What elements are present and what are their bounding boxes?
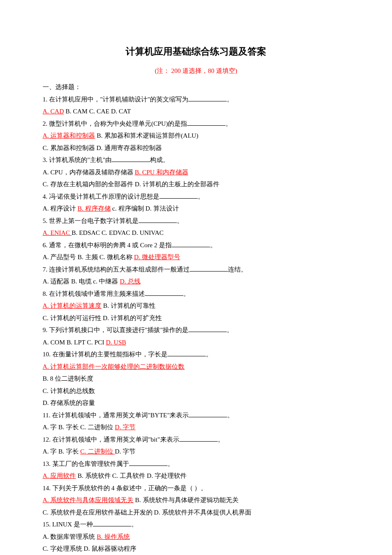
option-line: A. 字 B. 字长 C. 二进制位 D. 字节 bbox=[43, 421, 349, 434]
option-text: C. 累加器和控制器 D. 通用寄存器和控制器 bbox=[43, 145, 162, 151]
question-tail: 。 bbox=[227, 96, 233, 103]
option-line: D. 存储系统的容量 bbox=[43, 397, 349, 409]
fill-blank bbox=[189, 411, 227, 417]
question-stem: 10. 在衡量计算机的主要性能指标中，字长是。 bbox=[43, 348, 349, 361]
option-text: B. 8 位二进制长度 bbox=[43, 375, 93, 382]
option-text: B. CAM C. CAE D. CAT bbox=[64, 108, 131, 115]
correct-answer: C. 二进制位 bbox=[80, 448, 115, 455]
question-text: 6. 通常，在微机中标明的奔腾 4 或 Core 2 是指 bbox=[43, 242, 172, 249]
fill-blank bbox=[190, 265, 228, 272]
option-text: B. 计算机的可靠性 bbox=[101, 302, 155, 309]
fill-blank bbox=[172, 241, 210, 247]
question-tail: 。 bbox=[210, 242, 216, 249]
fill-blank bbox=[187, 119, 225, 126]
question-text: 1. 在计算机应用中，"计算机辅助设计"的英文缩写为 bbox=[43, 96, 188, 103]
correct-answer: B. CPU 和内存储器 bbox=[135, 169, 188, 176]
question-text: 2. 微型计算机中，合称为中央处理单元(CPU)的是指 bbox=[43, 120, 187, 127]
question-stem: 3. 计算机系统的"主机"由构成。 bbox=[43, 154, 349, 166]
option-text: B. 累加器和算术逻辑运算部件(ALU) bbox=[95, 132, 198, 139]
fill-blank bbox=[167, 350, 206, 357]
question-tail: 。 bbox=[218, 436, 224, 443]
question-text: 9. 下列计算机接口中，可以直接进行"插拔"操作的是 bbox=[43, 327, 188, 333]
correct-answer: B. 程序存储 bbox=[78, 205, 111, 212]
question-text: 11. 在计算机领域中，通常用英文单词"BYTE"来表示 bbox=[43, 412, 189, 419]
fill-blank bbox=[145, 289, 183, 296]
document-title: 计算机应用基础综合练习题及答案 bbox=[43, 43, 349, 61]
fill-blank bbox=[188, 326, 227, 332]
question-tail: 。 bbox=[131, 521, 138, 528]
option-text: A. 程序设计 bbox=[43, 205, 78, 212]
option-line: A. CAD B. CAM C. CAE D. CAT bbox=[43, 105, 349, 118]
option-line: A. 系统软件与具体应用领域无关 B. 系统软件与具体硬件逻辑功能无关 bbox=[43, 494, 349, 506]
question-tail: 。 bbox=[177, 217, 183, 224]
question-text: 15. LINUX 是一种 bbox=[43, 521, 93, 528]
question-stem: 1. 在计算机应用中，"计算机辅助设计"的英文缩写为。 bbox=[43, 93, 349, 106]
option-line: A. CPU，内存储器及辅助存储器 B. CPU 和内存储器 bbox=[43, 166, 349, 179]
option-text: A. 字 B. 字长 bbox=[43, 448, 80, 455]
option-text: D. 字节 bbox=[115, 448, 135, 455]
option-text: C. 计算机的可运行性 D. 计算机的可扩充性 bbox=[43, 315, 162, 321]
option-line: A. 运算器和控制器 B. 累加器和算术逻辑运算部件(ALU) bbox=[43, 130, 349, 142]
option-line: C. 字处理系统 D. 鼠标器驱动程序 bbox=[43, 543, 349, 555]
correct-answer: A. CAD bbox=[43, 108, 64, 115]
correct-answer: A. 系统软件与具体应用领域无关 bbox=[43, 497, 133, 503]
question-stem: 12. 在计算机领域中，通常用英文单词"bit"来表示。 bbox=[43, 434, 349, 446]
correct-answer: D. 总线 bbox=[120, 278, 140, 285]
option-line: C. 系统软件是在应用软件基础上开发的 D. 系统软件并不具体提供人机界面 bbox=[43, 506, 349, 519]
fill-blank bbox=[138, 217, 177, 223]
option-text: B. EDSAC C. EDVAC D. UNIVAC bbox=[72, 229, 164, 236]
correct-answer: A. 运算器和控制器 bbox=[43, 132, 95, 139]
question-stem: 5. 世界上第一台电子数字计算机是。 bbox=[43, 215, 349, 227]
question-text: 13. 某工厂的仓库管理软件属于 bbox=[43, 460, 129, 467]
option-text: A. 产品型号 B. 主频 C. 微机名称 bbox=[43, 254, 134, 260]
option-line: C. 累加器和控制器 D. 通用寄存器和控制器 bbox=[43, 142, 349, 154]
option-text: A. COM B. LPT C. PCI bbox=[43, 339, 106, 346]
question-tail: 。 bbox=[227, 327, 233, 333]
option-text: c. 程序编制 D. 算法设计 bbox=[111, 205, 179, 212]
option-text: B. 系统软件与具体硬件逻辑功能无关 bbox=[133, 497, 238, 503]
option-line: A. 产品型号 B. 主频 C. 微机名称 D. 微处理器型号 bbox=[43, 251, 349, 263]
correct-answer: A. 计算机的运算速度 bbox=[43, 302, 101, 309]
option-line: A. COM B. LPT C. PCI D. USB bbox=[43, 336, 349, 349]
option-text: A. 字 B. 字长 C. 二进制位 bbox=[43, 424, 115, 431]
option-text: C. 系统软件是在应用软件基础上开发的 D. 系统软件并不具体提供人机界面 bbox=[43, 509, 251, 516]
option-text: A. 数据库管理系统 bbox=[43, 533, 97, 540]
question-text: 12. 在计算机领域中，通常用英文单词"bit"来表示 bbox=[43, 436, 179, 443]
question-text: 7. 连接计算机系统结构的五大基本组成部件一般通过 bbox=[43, 266, 190, 273]
question-stem: 15. LINUX 是一种。 bbox=[43, 518, 349, 531]
option-line: A. 字 B. 字长 C. 二进制位 D. 字节 bbox=[43, 445, 349, 458]
question-tail: 连结。 bbox=[228, 266, 247, 273]
question-text: 14. 下列关于系统软件的 4 条叙述中，正确的一条是（ ）。 bbox=[43, 485, 207, 491]
option-line: C. 存放在主机箱内部的全部器件 D. 计算机的主板上的全部器件 bbox=[43, 178, 349, 191]
question-tail: 。 bbox=[227, 412, 233, 419]
option-text: C. 计算机的总线数 bbox=[43, 387, 95, 394]
fill-blank bbox=[179, 435, 218, 442]
fill-blank bbox=[129, 460, 167, 466]
option-text: B. 系统软件 C. 工具软件 D. 字处理软件 bbox=[76, 472, 187, 479]
question-stem: 2. 微型计算机中，合称为中央处理单元(CPU)的是指。 bbox=[43, 118, 349, 130]
option-line: A. 适配器 B. 电缆 c. 中继器 D. 总线 bbox=[43, 275, 349, 288]
fill-blank bbox=[93, 520, 131, 527]
question-stem: 6. 通常，在微机中标明的奔腾 4 或 Core 2 是指。 bbox=[43, 239, 349, 251]
question-stem: 11. 在计算机领域中，通常用英文单词"BYTE"来表示。 bbox=[43, 409, 349, 422]
question-stem: 7. 连接计算机系统结构的五大基本组成部件一般通过连结。 bbox=[43, 263, 349, 276]
correct-answer: A. 应用软件 bbox=[43, 472, 76, 479]
option-line: A. 程序设计 B. 程序存储 c. 程序编制 D. 算法设计 bbox=[43, 202, 349, 215]
correct-answer: D. 字节 bbox=[115, 424, 135, 431]
question-text: 10. 在衡量计算机的主要性能指标中，字长是 bbox=[43, 351, 167, 358]
question-stem: 8. 在计算机领域中通常用主频来描述。 bbox=[43, 288, 349, 300]
option-line: B. 8 位二进制长度 bbox=[43, 373, 349, 385]
question-tail: 。 bbox=[206, 351, 212, 358]
option-text: C. 存放在主机箱内部的全部器件 D. 计算机的主板上的全部器件 bbox=[43, 181, 219, 188]
option-text: D. 存储系统的容量 bbox=[43, 399, 95, 406]
option-text: A. 适配器 B. 电缆 c. 中继器 bbox=[43, 278, 120, 285]
question-text: 8. 在计算机领域中通常用主频来描述 bbox=[43, 290, 145, 297]
question-tail: 。 bbox=[198, 193, 204, 200]
question-stem: 4. 冯·诺依曼计算机工作原理的设计思想是。 bbox=[43, 191, 349, 203]
option-text: A. CPU，内存储器及辅助存储器 bbox=[43, 169, 135, 176]
fill-blank bbox=[112, 156, 150, 162]
fill-blank bbox=[159, 192, 198, 199]
option-line: A. 计算机运算部件一次能够处理的二进制数据位数 bbox=[43, 361, 349, 373]
question-tail: 构成。 bbox=[150, 156, 169, 163]
questions-container: 1. 在计算机应用中，"计算机辅助设计"的英文缩写为。A. CAD B. CAM… bbox=[43, 93, 349, 555]
